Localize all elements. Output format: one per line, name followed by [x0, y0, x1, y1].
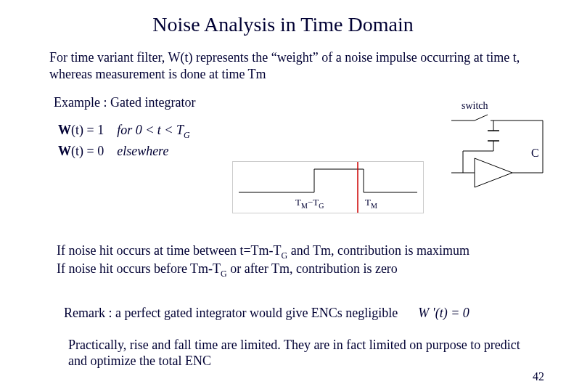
- eq1-arg: (t) = 1: [71, 123, 104, 137]
- practically-paragraph: Practically, rise and fall time are limi…: [68, 337, 530, 369]
- waveform-diagram: TM−TG TM: [232, 161, 424, 213]
- remark-row: Remark : a perfect gated integrator woul…: [64, 306, 566, 321]
- condition-1: If noise hit occurs at time between t=Tm…: [57, 242, 537, 261]
- wave-label-right: TM: [365, 197, 377, 210]
- svg-line-7: [475, 115, 488, 121]
- intro-paragraph: For time variant filter, W(t) represents…: [49, 49, 537, 82]
- eq2-arg: (t) = 0: [71, 144, 104, 158]
- remark-text: Remark : a perfect gated integrator woul…: [64, 306, 398, 321]
- condition-2: If noise hit occurs before Tm-TG or afte…: [57, 261, 537, 279]
- wave-label-left: TM−TG: [295, 197, 324, 210]
- cond1-a: If noise hit occurs at time between t=Tm…: [57, 243, 282, 258]
- wprime-eq: W '(t) = 0: [418, 306, 469, 321]
- cond1-sub: G: [282, 250, 288, 260]
- cond1-b: and Tm, contribution is maximum: [287, 243, 469, 258]
- page-title: Noise Analysis in Time Domain: [0, 13, 566, 36]
- cond2-b: or after Tm, contribution is zero: [227, 261, 398, 276]
- waveform-svg: [233, 162, 423, 213]
- eq1-cond: 0 < t < T: [136, 123, 184, 137]
- eq1-cond-sub: G: [184, 130, 190, 140]
- conditions-block: If noise hit occurs at time between t=Tm…: [57, 242, 537, 279]
- example-heading: Example : Gated integrator: [54, 95, 566, 110]
- wave-left-sub: M: [301, 202, 308, 210]
- eq1-w: W: [58, 123, 71, 137]
- cond2-a: If noise hit occurs before Tm-T: [57, 261, 221, 276]
- wave-left-sub2: G: [319, 202, 324, 210]
- eq2-cond: elsewhere: [117, 144, 168, 158]
- capacitor-label: C: [531, 147, 539, 160]
- eq2-w: W: [58, 144, 71, 158]
- svg-marker-16: [475, 158, 512, 187]
- eq1-for: for: [117, 123, 136, 137]
- wave-right-sub: M: [371, 202, 377, 210]
- wave-left-T2: T: [313, 197, 319, 208]
- page-number: 42: [533, 370, 544, 383]
- wave-left-T: T: [295, 197, 301, 208]
- cond2-sub: G: [221, 269, 227, 279]
- wave-right-T: T: [365, 197, 371, 208]
